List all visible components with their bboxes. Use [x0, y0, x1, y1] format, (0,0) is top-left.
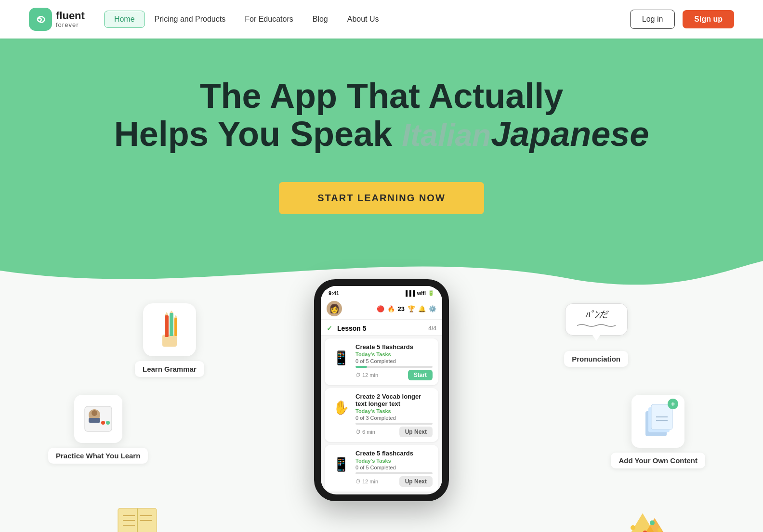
svg-marker-5	[170, 311, 173, 313]
below-hero: Learn Grammar ﾊﾟﾝだ Pronunciation	[0, 298, 763, 532]
phone-mockup: 9:41 ▐▐▐ wifi 🔋 👩 🔴	[314, 279, 449, 501]
svg-rect-3	[174, 318, 177, 336]
streak-count: 23	[398, 305, 405, 312]
task-title-3: Create 5 flashcards	[355, 450, 433, 457]
bell-icon: 🔔	[418, 305, 426, 312]
task-progress-2	[355, 423, 433, 425]
status-icons: ▐▐▐ wifi 🔋	[404, 290, 434, 296]
task-time-val-1: 12 min	[362, 372, 378, 378]
svg-point-30	[658, 528, 661, 532]
feature-grammar: Learn Grammar	[135, 303, 204, 377]
svg-point-27	[631, 525, 635, 530]
task-icon-2: ✋	[330, 393, 352, 422]
signup-button[interactable]: Sign up	[683, 10, 734, 28]
grammar-icon-box	[143, 303, 196, 356]
task-inner-3: 📱 Create 5 flashcards Today's Tasks 0 of…	[330, 450, 433, 487]
task-time-val-2: 6 min	[362, 429, 375, 435]
task-tag-3: Today's Tasks	[355, 458, 433, 464]
svg-point-11	[101, 421, 105, 425]
pronunciation-wavy: ﾊﾟﾝだ	[585, 310, 607, 321]
nav-actions: Log in Sign up	[630, 10, 734, 29]
svg-point-28	[650, 520, 655, 525]
nav-item-blog[interactable]: Blog	[303, 11, 338, 27]
pronunciation-label: Pronunciation	[564, 351, 628, 367]
trophy-icon	[618, 499, 667, 532]
login-button[interactable]: Log in	[630, 10, 675, 29]
logo-fluent: fluent	[56, 10, 85, 22]
practice-icon-box	[74, 395, 122, 443]
feature-phone-section: Learn Grammar ﾊﾟﾝだ Pronunciation	[0, 298, 763, 532]
task-completed-1: 0 of 5 Completed	[355, 358, 433, 364]
feature-pronunciation: ﾊﾟﾝだ Pronunciation	[564, 303, 628, 367]
document-stack-icon	[643, 403, 673, 437]
task-footer-1: ⏱ 12 min Start	[355, 370, 433, 380]
lesson-header: ✓ Lesson 5 4/4	[321, 320, 442, 336]
logo-forever: forever	[56, 22, 85, 28]
hero-lang-fading: Italian	[402, 118, 491, 153]
svg-rect-1	[165, 315, 169, 337]
nav-item-about[interactable]: About Us	[338, 11, 389, 27]
lesson-title-text: Lesson 5	[337, 324, 367, 332]
hero-line1: The App That Actually	[200, 77, 564, 115]
hero-lang-main: Japanese	[491, 115, 649, 153]
book-feature	[116, 499, 159, 532]
svg-rect-0	[162, 335, 177, 347]
svg-rect-2	[170, 313, 173, 336]
hero-section: The App That Actually Helps You Speak It…	[0, 39, 763, 298]
app-bar-icons: 🔴 🔥 23 🏆 🔔 ⚙️	[377, 305, 436, 312]
task-inner-1: 📱 Create 5 flashcards Today's Tasks 0 of…	[330, 343, 433, 380]
trophy-icon-small: 🏆	[408, 305, 415, 312]
award-feature	[618, 499, 667, 532]
task-upnext-btn-2[interactable]: Up Next	[399, 427, 433, 437]
task-time-3: ⏱ 12 min	[355, 479, 378, 484]
nav-item-pricing[interactable]: Pricing and Products	[145, 11, 236, 27]
content-icon: +	[643, 403, 673, 439]
task-time-1: ⏱ 12 min	[355, 372, 378, 378]
task-completed-3: 0 of 5 Completed	[355, 465, 433, 470]
svg-rect-10	[89, 418, 100, 423]
pronunciation-wave-lines	[577, 323, 616, 329]
task-progress-fill-1	[355, 366, 367, 368]
task-progress-3	[355, 472, 433, 474]
page-wrapper: fluent forever Home Pricing and Products…	[0, 0, 763, 532]
task-progress-1	[355, 366, 433, 368]
task-content-3: Create 5 flashcards Today's Tasks 0 of 5…	[355, 450, 433, 487]
nav-item-educators[interactable]: For Educators	[235, 11, 303, 27]
logo[interactable]: fluent forever	[29, 8, 85, 31]
pencils-icon	[153, 311, 186, 349]
task-upnext-btn-3[interactable]: Up Next	[399, 476, 433, 487]
check-icon: ✓	[327, 324, 332, 332]
task-footer-3: ⏱ 12 min Up Next	[355, 476, 433, 487]
book-icon	[116, 499, 159, 532]
task-card-3: 📱 Create 5 flashcards Today's Tasks 0 of…	[325, 445, 438, 492]
task-completed-2: 0 of 3 Completed	[355, 415, 433, 421]
task-card-1: 📱 Create 5 flashcards Today's Tasks 0 of…	[325, 338, 438, 385]
task-tag-2: Today's Tasks	[355, 408, 433, 414]
practice-icon	[83, 403, 114, 434]
feature-content: + Add Your Own Content	[611, 395, 705, 468]
task-content-1: Create 5 flashcards Today's Tasks 0 of 5…	[355, 343, 433, 380]
task-time-val-3: 12 min	[362, 479, 378, 484]
pronunciation-bubble: ﾊﾟﾝだ	[565, 303, 628, 336]
flame-icon: 🔴	[377, 305, 384, 312]
svg-point-9	[92, 410, 97, 416]
task-title-2: Create 2 Vocab longer text longer text	[355, 393, 433, 407]
lesson-title: ✓ Lesson 5	[327, 324, 367, 332]
task-card-2: ✋ Create 2 Vocab longer text longer text…	[325, 388, 438, 442]
content-label: Add Your Own Content	[611, 453, 705, 468]
task-icon-1: 📱	[330, 343, 352, 372]
logo-icon	[29, 8, 52, 31]
svg-marker-6	[174, 315, 177, 318]
hero-title: The App That Actually Helps You Speak It…	[0, 77, 763, 153]
hero-content: The App That Actually Helps You Speak It…	[0, 77, 763, 214]
hero-cta-button[interactable]: START LEARNING NOW	[279, 182, 484, 214]
task-start-btn[interactable]: Start	[408, 370, 433, 380]
hero-line2-prefix: Helps You Speak	[114, 115, 402, 153]
navigation: fluent forever Home Pricing and Products…	[0, 0, 763, 39]
task-inner-2: ✋ Create 2 Vocab longer text longer text…	[330, 393, 433, 437]
task-content-2: Create 2 Vocab longer text longer text T…	[355, 393, 433, 437]
nav-item-home[interactable]: Home	[104, 11, 145, 28]
task-time-2: ⏱ 6 min	[355, 429, 375, 435]
signal-icon: ▐▐▐	[404, 290, 415, 296]
task-footer-2: ⏱ 6 min Up Next	[355, 427, 433, 437]
